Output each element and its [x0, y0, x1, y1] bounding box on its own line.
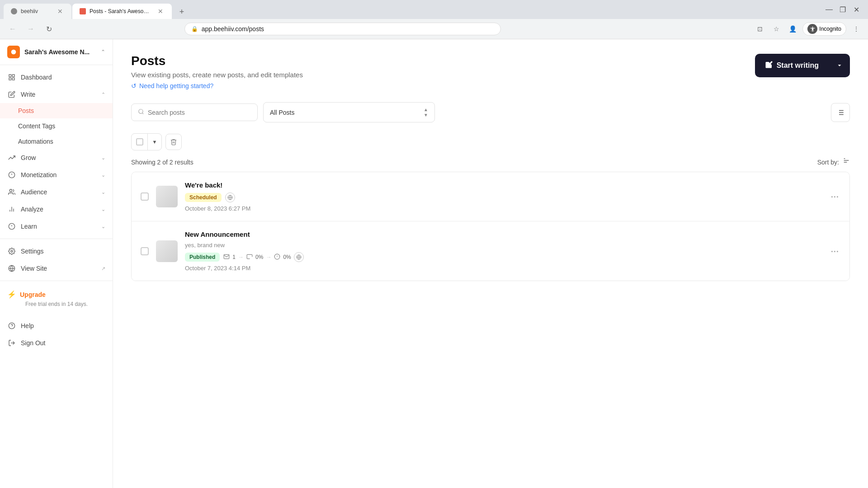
omnibar[interactable]: 🔒 app.beehiiv.com/posts [184, 23, 501, 35]
tab-posts[interactable]: Posts - Sarah's Awesome Newsl... ✕ [72, 4, 172, 19]
svg-point-15 [11, 250, 13, 252]
tab-close-beehiiv[interactable]: ✕ [56, 7, 64, 15]
sidebar-item-view-site[interactable]: View Site ↗ [0, 260, 113, 277]
post-subtitle-2: yes, brand new [185, 242, 821, 249]
sidebar-monetization-label: Monetization [21, 171, 97, 178]
svg-rect-1 [9, 75, 11, 77]
sidebar-header[interactable]: Sarah's Awesome N... ⌃ [0, 39, 113, 65]
audience-icon [7, 188, 16, 197]
post-globe-icon-2 [294, 252, 304, 262]
sidebar-item-settings[interactable]: Settings [0, 243, 113, 260]
arrow-2: → [266, 254, 271, 260]
sidebar-item-help[interactable]: Help [0, 317, 113, 334]
signout-icon [7, 338, 16, 347]
sidebar-item-analyze[interactable]: Analyze ⌄ [0, 201, 113, 218]
omnibar-row: ← → ↻ 🔒 app.beehiiv.com/posts ⊡ ☆ 👤 Inco… [0, 19, 868, 39]
sidebar-item-audience[interactable]: Audience ⌄ [0, 183, 113, 201]
bookmark-icon[interactable]: ☆ [770, 23, 783, 35]
maximize-button[interactable]: ❐ [836, 3, 849, 16]
results-count: Showing 2 of 2 results [131, 159, 193, 166]
page-header-left: Posts View existing posts, create new po… [131, 54, 303, 89]
upgrade-icon: ⚡ [7, 290, 16, 299]
delete-button[interactable] [165, 134, 182, 150]
sidebar-dashboard-label: Dashboard [21, 74, 105, 81]
sidebar-item-posts[interactable]: Posts [0, 103, 113, 118]
sidebar-automations-label: Automations [18, 138, 105, 145]
table-row[interactable]: New Announcement yes, brand new Publishe… [132, 221, 849, 281]
help-link-text: Need help getting started? [139, 82, 213, 89]
post-status-badge-2: Published [185, 253, 220, 262]
sidebar-item-learn[interactable]: Learn ⌄ [0, 218, 113, 235]
write-icon [7, 90, 16, 99]
sidebar-item-monetization[interactable]: Monetization ⌄ [0, 166, 113, 183]
start-writing-dropdown[interactable] [829, 56, 850, 75]
menu-icon[interactable]: ⋮ [850, 23, 863, 35]
audience-expand-icon: ⌄ [101, 189, 105, 195]
pencil-icon [765, 61, 773, 70]
post-body-1: We're back! Scheduled October 8, 2023 6:… [185, 181, 821, 212]
sidebar-item-signout[interactable]: Sign Out [0, 334, 113, 352]
sidebar-audience-label: Audience [21, 188, 97, 196]
results-row: Showing 2 of 2 results Sort by: [131, 158, 850, 166]
sidebar-settings-label: Settings [21, 248, 105, 255]
sidebar-logo [7, 46, 20, 58]
sidebar-posts-label: Posts [18, 107, 105, 114]
forward-button[interactable]: → [24, 22, 38, 36]
svg-rect-4 [12, 78, 14, 80]
minimize-button[interactable]: — [823, 3, 835, 16]
sort-by[interactable]: Sort by: [817, 158, 850, 166]
free-trial-text: Free trial ends in 14 days. [7, 299, 105, 312]
extensions-icon[interactable]: ⊡ [754, 23, 766, 35]
post-stats-2: 1 → 0% → 0% [223, 252, 303, 262]
incognito-badge[interactable]: Incognito [802, 22, 846, 36]
select-all-checkbox-box [136, 138, 143, 145]
select-all-checkbox[interactable] [132, 134, 148, 150]
sidebar-view-site-label: View Site [21, 265, 97, 272]
write-expand-icon: ⌃ [101, 92, 105, 98]
post-checkbox-1[interactable] [141, 192, 149, 201]
post-actions-1[interactable]: ⋯ [829, 190, 840, 203]
post-title-1: We're back! [185, 181, 821, 189]
help-link[interactable]: ↺ Need help getting started? [131, 82, 303, 89]
omnibar-url[interactable]: app.beehiiv.com/posts [202, 25, 494, 33]
close-window-button[interactable]: ✕ [850, 3, 863, 16]
search-box[interactable] [131, 103, 258, 121]
back-button[interactable]: ← [5, 22, 20, 36]
checkbox-dropdown[interactable]: ▼ [131, 133, 162, 150]
sidebar-brand-chevron[interactable]: ⌃ [101, 49, 105, 55]
start-writing-button[interactable]: Start writing [755, 54, 850, 77]
sidebar-content-tags-label: Content Tags [18, 122, 105, 130]
sidebar-item-content-tags[interactable]: Content Tags [0, 118, 113, 134]
learn-expand-icon: ⌄ [101, 224, 105, 230]
svg-point-21 [139, 109, 143, 113]
table-row[interactable]: We're back! Scheduled October 8, 2023 6:… [132, 172, 849, 221]
sidebar-item-dashboard[interactable]: Dashboard [0, 69, 113, 86]
new-tab-button[interactable]: + [175, 5, 189, 19]
filter-value: All Posts [270, 109, 294, 116]
columns-button[interactable] [831, 103, 850, 122]
post-thumbnail-2 [156, 240, 178, 262]
tab-beehiiv[interactable]: beehiiv ✕ [4, 4, 71, 19]
sidebar-item-automations[interactable]: Automations [0, 134, 113, 149]
post-body-2: New Announcement yes, brand new Publishe… [185, 230, 821, 272]
post-checkbox-2[interactable] [141, 247, 149, 255]
search-input[interactable] [148, 109, 251, 116]
dashboard-icon [7, 73, 16, 82]
filter-dropdown[interactable]: All Posts ▲ ▼ [263, 102, 435, 122]
post-actions-2[interactable]: ⋯ [829, 244, 840, 258]
learn-icon [7, 222, 16, 231]
page-description: View existing posts, create new posts, a… [131, 71, 303, 79]
sidebar-item-grow[interactable]: Grow ⌄ [0, 149, 113, 166]
profile-icon[interactable]: 👤 [786, 23, 799, 35]
envelope-icon [246, 253, 253, 261]
refresh-button[interactable]: ↻ [42, 22, 56, 36]
grow-icon [7, 153, 16, 162]
sidebar-item-write[interactable]: Write ⌃ [0, 86, 113, 103]
upgrade-button[interactable]: ⚡ Upgrade [7, 290, 105, 299]
sidebar-analyze-label: Analyze [21, 206, 97, 213]
checkbox-dropdown-arrow[interactable]: ▼ [148, 134, 161, 150]
external-link-icon: ↗ [101, 266, 105, 272]
filter-arrows-icon: ▲ ▼ [424, 107, 428, 117]
tab-bar: beehiiv ✕ Posts - Sarah's Awesome Newsl.… [0, 0, 868, 19]
tab-close-posts[interactable]: ✕ [156, 7, 165, 15]
